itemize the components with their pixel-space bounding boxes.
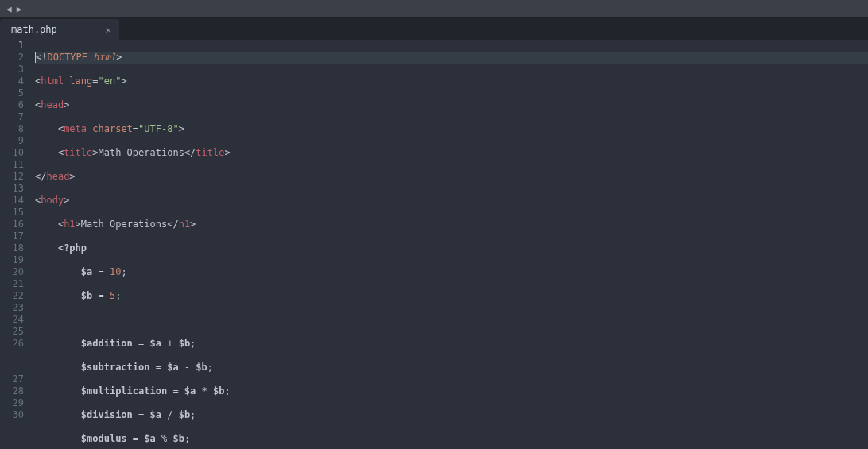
nav-forward-icon[interactable]: ▶ [17, 4, 22, 14]
tab-mathphp[interactable]: math.php × [0, 19, 119, 40]
line-number[interactable]: 10 [8, 147, 24, 159]
code-line[interactable]: <meta charset="UTF-8"> [35, 123, 868, 135]
line-number[interactable]: 23 [8, 302, 24, 314]
line-number[interactable]: 14 [8, 195, 24, 207]
line-number[interactable]: 11 [8, 159, 24, 171]
code-line[interactable]: <h1>Math Operations</h1> [35, 219, 868, 230]
line-number[interactable]: 20 [8, 266, 24, 278]
line-number[interactable]: 2 [8, 52, 24, 64]
line-number[interactable]: 8 [8, 123, 24, 135]
code-line[interactable]: $subtraction = $a - $b; [35, 362, 868, 374]
code-line[interactable]: $addition = $a + $b; [35, 338, 868, 350]
line-number[interactable]: 28 [8, 385, 24, 397]
tab-bar: math.php × [0, 17, 868, 40]
line-number[interactable]: 12 [8, 171, 24, 183]
code-line[interactable]: <head> [35, 99, 868, 111]
code-line[interactable]: $modulus = $a % $b; [35, 433, 868, 445]
line-number[interactable]: 22 [8, 290, 24, 302]
code-line[interactable]: $a = 10; [35, 266, 868, 278]
line-number-gutter: 1 2 3 4 5 6 7 8 9 10 11 12 13 14 15 16 1… [0, 40, 30, 449]
code-line[interactable]: <body> [35, 195, 868, 207]
editor: 1 2 3 4 5 6 7 8 9 10 11 12 13 14 15 16 1… [0, 40, 868, 449]
code-line[interactable]: <?php [35, 242, 868, 254]
line-number[interactable]: 3 [8, 64, 24, 75]
line-number[interactable]: 25 [8, 326, 24, 338]
code-line[interactable] [35, 314, 868, 326]
titlebar: ◀ ▶ [0, 0, 868, 17]
code-line[interactable]: $division = $a / $b; [35, 409, 868, 421]
line-number[interactable]: 27 [8, 374, 24, 385]
line-number[interactable]: 13 [8, 183, 24, 195]
line-number[interactable]: 15 [8, 207, 24, 219]
line-number[interactable]: 7 [8, 111, 24, 123]
line-number[interactable]: 19 [8, 254, 24, 266]
line-number[interactable]: 9 [8, 135, 24, 147]
line-number[interactable]: 16 [8, 219, 24, 230]
code-area[interactable]: <!DOCTYPE html> <html lang="en"> <head> … [30, 40, 868, 449]
close-icon[interactable]: × [105, 24, 111, 36]
line-number[interactable]: 4 [8, 75, 24, 87]
code-line[interactable]: <!DOCTYPE html> [35, 52, 868, 64]
code-line[interactable]: </head> [35, 171, 868, 183]
line-number[interactable]: 18 [8, 242, 24, 254]
line-number[interactable]: 17 [8, 230, 24, 242]
code-line[interactable]: <title>Math Operations</title> [35, 147, 868, 159]
code-line[interactable]: $multiplication = $a * $b; [35, 385, 868, 397]
line-number[interactable]: 24 [8, 314, 24, 326]
line-number[interactable]: 21 [8, 278, 24, 290]
line-number[interactable]: 26 [8, 338, 24, 374]
nav-arrows: ◀ ▶ [6, 4, 21, 14]
line-number[interactable]: 6 [8, 99, 24, 111]
line-number[interactable]: 30 [8, 409, 24, 421]
nav-back-icon[interactable]: ◀ [6, 4, 12, 14]
line-number[interactable]: 29 [8, 397, 24, 409]
line-number[interactable]: 1 [8, 40, 24, 52]
tab-label: math.php [11, 24, 57, 35]
line-number[interactable]: 5 [8, 87, 24, 99]
code-line[interactable]: <html lang="en"> [35, 75, 868, 87]
code-line[interactable]: $b = 5; [35, 290, 868, 302]
